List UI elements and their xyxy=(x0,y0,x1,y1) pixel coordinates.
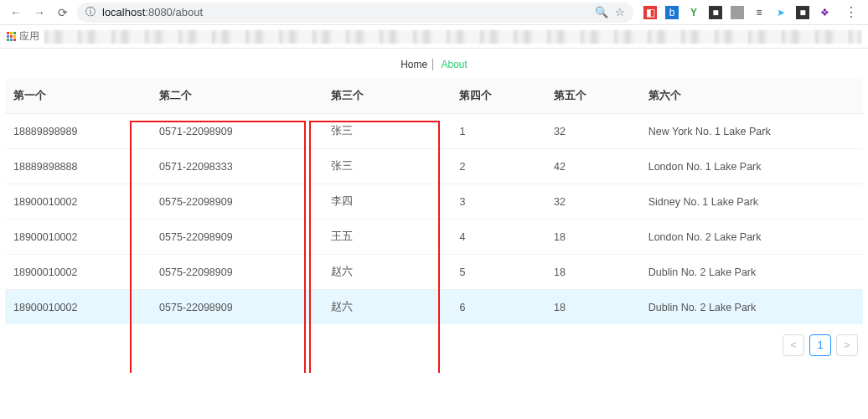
forward-button[interactable]: → xyxy=(30,3,49,22)
extension-icon[interactable] xyxy=(731,6,744,19)
table-header-cell[interactable]: 第三个 xyxy=(323,79,452,114)
pagination-prev[interactable]: < xyxy=(783,334,804,356)
bookmarks-blurred xyxy=(44,30,861,44)
table-cell: 42 xyxy=(545,149,640,184)
extension-icon[interactable]: ➤ xyxy=(774,6,788,19)
table-cell: 1 xyxy=(451,114,545,149)
table-cell: 18900010002 xyxy=(5,220,151,255)
table-header-cell[interactable]: 第一个 xyxy=(5,79,151,114)
url-path: :8080/about xyxy=(145,6,203,18)
table-cell: London No. 2 Lake Park xyxy=(640,220,863,255)
search-in-page-icon[interactable]: 🔍 xyxy=(595,6,608,18)
pagination: < 1 > xyxy=(0,324,868,356)
table-cell: 18889898888 xyxy=(5,149,151,184)
table-cell: 18900010002 xyxy=(5,290,151,325)
browser-menu-icon[interactable]: ⋮ xyxy=(841,4,861,20)
table-cell: 32 xyxy=(545,184,640,220)
table-cell: 赵六 xyxy=(323,290,452,325)
table-body: 188898989890571-22098909张三132New York No… xyxy=(5,114,863,325)
table-header-cell[interactable]: 第五个 xyxy=(545,79,640,114)
table-cell: 李四 xyxy=(323,184,452,220)
table-cell: 张三 xyxy=(323,149,452,184)
table-header-cell[interactable]: 第二个 xyxy=(151,79,323,114)
bookmarks-bar: 应用 xyxy=(0,25,868,49)
browser-toolbar: ← → ⟳ ⓘ localhost:8080/about 🔍 ☆ ◧ b Y ■… xyxy=(0,0,868,25)
address-bar[interactable]: ⓘ localhost:8080/about 🔍 ☆ xyxy=(77,3,633,23)
table-cell: 18 xyxy=(545,255,640,290)
table-cell: 18 xyxy=(545,290,640,325)
url-host: localhost xyxy=(102,6,145,18)
table-cell: 18889898989 xyxy=(5,114,151,149)
table-cell: 2 xyxy=(451,149,545,184)
data-table: 第一个第二个第三个第四个第五个第六个 188898989890571-22098… xyxy=(5,79,863,324)
table-cell: New York No. 1 Lake Park xyxy=(640,114,863,149)
table-cell: 张三 xyxy=(323,114,452,149)
table-row[interactable]: 188898988880571-22098333张三242London No. … xyxy=(5,149,863,184)
table-cell: 3 xyxy=(451,184,545,220)
table-cell: 4 xyxy=(451,220,545,255)
table-cell: Dublin No. 2 Lake Park xyxy=(640,290,863,325)
bookmark-star-icon[interactable]: ☆ xyxy=(615,6,625,18)
extension-icon[interactable]: Y xyxy=(687,6,700,19)
extension-icon[interactable]: ■ xyxy=(709,6,722,19)
extension-icon[interactable]: ■ xyxy=(796,6,809,19)
table-cell: 18 xyxy=(545,220,640,255)
table-row[interactable]: 188898989890571-22098909张三132New York No… xyxy=(5,114,863,149)
table-cell: 18900010002 xyxy=(5,184,151,220)
nav-link-about[interactable]: About xyxy=(438,59,468,70)
back-button[interactable]: ← xyxy=(7,3,25,22)
table-cell: 6 xyxy=(451,290,545,325)
page-nav: Home About xyxy=(0,55,868,79)
table-wrapper: 第一个第二个第三个第四个第五个第六个 188898989890571-22098… xyxy=(5,79,863,324)
table-cell: 32 xyxy=(545,114,640,149)
table-head: 第一个第二个第三个第四个第五个第六个 xyxy=(5,79,863,114)
table-row[interactable]: 189000100020575-22098909赵六618Dublin No. … xyxy=(5,290,863,325)
table-header-cell[interactable]: 第六个 xyxy=(640,79,863,114)
extension-icon[interactable]: ◧ xyxy=(643,6,657,19)
pagination-next[interactable]: > xyxy=(836,334,858,356)
pagination-page[interactable]: 1 xyxy=(809,334,831,356)
table-cell: London No. 1 Lake Park xyxy=(640,149,863,184)
table-row[interactable]: 189000100020575-22098909李四332Sidney No. … xyxy=(5,184,863,220)
extensions-tray: ◧ b Y ■ ≡ ➤ ■ ❖ xyxy=(638,6,836,19)
extension-icon[interactable]: ❖ xyxy=(818,6,831,19)
table-cell: 0575-22098909 xyxy=(151,290,323,325)
apps-label: 应用 xyxy=(19,29,39,44)
table-cell: 0575-22098909 xyxy=(151,220,323,255)
table-row[interactable]: 189000100020575-22098909王五418London No. … xyxy=(5,220,863,255)
url-text: localhost:8080/about xyxy=(102,6,203,18)
table-row[interactable]: 189000100020575-22098909赵六518Dublin No. … xyxy=(5,255,863,290)
table-cell: 0575-22098909 xyxy=(151,255,323,290)
table-cell: Dublin No. 2 Lake Park xyxy=(640,255,863,290)
site-info-icon[interactable]: ⓘ xyxy=(85,5,96,19)
nav-link-home[interactable]: Home xyxy=(400,59,433,70)
table-cell: 王五 xyxy=(323,220,452,255)
apps-grid-icon xyxy=(7,32,16,41)
apps-button[interactable]: 应用 xyxy=(7,29,39,44)
page-content: Home About 第一个第二个第三个第四个第五个第六个 1888989898… xyxy=(0,49,868,373)
table-cell: 0571-22098909 xyxy=(151,114,323,149)
table-cell: 5 xyxy=(451,255,545,290)
table-cell: 18900010002 xyxy=(5,255,151,290)
extension-icon[interactable]: b xyxy=(665,6,679,19)
table-cell: 0575-22098909 xyxy=(151,184,323,220)
reload-button[interactable]: ⟳ xyxy=(54,3,72,22)
table-cell: 赵六 xyxy=(323,255,452,290)
table-cell: 0571-22098333 xyxy=(151,149,323,184)
extension-icon[interactable]: ≡ xyxy=(752,6,766,19)
table-header-cell[interactable]: 第四个 xyxy=(451,79,545,114)
table-cell: Sidney No. 1 Lake Park xyxy=(640,184,863,220)
